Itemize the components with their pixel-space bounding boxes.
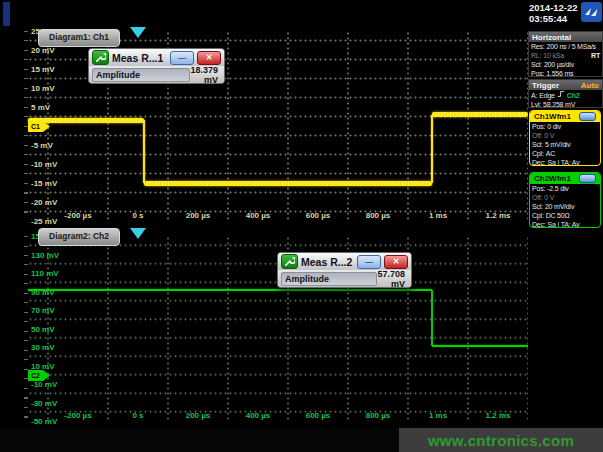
close-button[interactable]: ✕ (384, 255, 408, 269)
axis-tick-label: 10 mV (31, 361, 55, 370)
setting-value: 1.556 ms (546, 69, 573, 78)
setting-label: Pos: (532, 122, 545, 131)
watermark: www.cntronics.com (399, 428, 603, 452)
setting-label: Scl: (531, 60, 542, 69)
meas-window-1[interactable]: Meas R...1 — ✕ Amplitude 18.379 mV (88, 48, 225, 84)
minimize-button[interactable]: — (170, 51, 194, 65)
setting-label: Off: (532, 193, 542, 202)
setting-label: Lvl: (531, 100, 541, 109)
meas-window-2-titlebar[interactable]: Meas R...2 — ✕ (278, 253, 411, 270)
axis-tick-label: -50 mV (31, 417, 57, 426)
waveform-segment-ch1wfm1 (432, 112, 528, 117)
setting-value: 0 V (544, 193, 554, 202)
meas-window-1-titlebar[interactable]: Meas R...1 — ✕ (89, 49, 224, 66)
axis-tick-label: 400 µs (246, 411, 271, 420)
status-sidebar: 2014-12-22 03:55:44 Horizontal Res:200 n… (528, 0, 603, 428)
setting-value: 0 div (547, 122, 561, 131)
axis-tick-label: -10 mV (31, 160, 57, 169)
setting-label: Off: (532, 131, 542, 140)
trigger-type: Edge (539, 91, 555, 100)
setting-value: DC 50Ω (546, 211, 570, 220)
trigger-settings-box[interactable]: Trigger Auto A: Edge Ch2 Lvl:58.258 mV (528, 79, 603, 108)
meas-result-label: Amplitude (92, 68, 190, 82)
waveform-segment-ch2wfm1 (28, 289, 432, 291)
setting-label: RL: (531, 51, 541, 60)
axis-tick-label: 1.2 ms (486, 411, 511, 420)
trigger-position-marker-diagram2[interactable] (130, 228, 146, 239)
axis-tick-label: -25 mV (31, 217, 57, 226)
trigger-position-marker-diagram1[interactable] (130, 27, 146, 38)
realtime-flag: RT (591, 51, 600, 60)
axis-tick-label: 1 ms (429, 211, 447, 220)
meas-result-label: Amplitude (281, 272, 377, 286)
setting-value: 0 V (544, 131, 554, 140)
axis-tick-label: 600 µs (306, 411, 331, 420)
axis-tick-label: -5 mV (31, 141, 53, 150)
waveform-step-ch2wfm1 (431, 290, 433, 346)
axis-tick-label: -200 µs (64, 411, 91, 420)
axis-tick-label: -20 mV (31, 198, 57, 207)
diagram1-tab-label: Diagram1: Ch1 (49, 32, 109, 42)
axis-tick-label: 70 mV (31, 306, 55, 315)
setting-label: A: (531, 91, 537, 100)
setting-value: 200 µs/div (544, 60, 574, 69)
meas-window-2[interactable]: Meas R...2 — ✕ Amplitude 57.708 mV (277, 252, 412, 288)
meas-window-2-title: Meas R...2 (301, 256, 354, 268)
axis-tick-label: 110 mV (31, 269, 59, 278)
setting-label: Res: (531, 42, 545, 51)
setting-value: -2.5 div (547, 184, 568, 193)
waveform-step-ch1wfm1 (431, 115, 433, 183)
setting-value: 5 mV/div (545, 140, 571, 149)
meas-result-value: 18.379 mV (190, 65, 221, 85)
axis-tick-label: -200 µs (64, 211, 91, 220)
setting-value: 200 ns / 5 MSa/s (547, 42, 596, 51)
measurement-wrench-icon (281, 254, 298, 269)
axis-tick-label: 1.2 ms (486, 211, 511, 220)
close-button[interactable]: ✕ (197, 51, 221, 65)
trigger-mode: Auto (581, 81, 599, 90)
minimize-button[interactable]: — (357, 255, 381, 269)
setting-label: Dec: (532, 158, 546, 166)
diagram1-tab[interactable]: Diagram1: Ch1 (38, 29, 120, 47)
meas-result-row: Amplitude 57.708 mV (278, 270, 411, 287)
ch2-waveform-box[interactable]: Ch2Wfm1 Pos:-2.5 div Off:0 V Scl:20 mV/d… (529, 172, 601, 228)
horizontal-settings-box[interactable]: Horizontal Res:200 ns / 5 MSa/s RL:10 kS… (528, 31, 603, 77)
setting-label: Cpl: (532, 211, 544, 220)
axis-tick-label: 15 mV (31, 65, 55, 74)
trigger-level-value: 58.258 mV (543, 100, 575, 109)
rohde-schwarz-logo (581, 2, 602, 26)
meas-result-value: 57.708 mV (377, 269, 408, 289)
axis-tick-label: 400 µs (246, 211, 271, 220)
diagram2-tab[interactable]: Diagram2: Ch2 (38, 228, 120, 246)
axis-tick-label: 130 mV (31, 250, 59, 259)
measurement-wrench-icon (92, 50, 109, 65)
axis-tick-label: 0 s (132, 411, 143, 420)
setting-label: Pos: (531, 69, 544, 78)
axis-tick-label: 50 mV (31, 324, 55, 333)
horizontal-header: Horizontal (532, 33, 571, 42)
meas-result-row: Amplitude 18.379 mV (89, 66, 224, 83)
axis-tick-label: 10 mV (31, 84, 55, 93)
axis-tick-label: 800 µs (366, 411, 391, 420)
waveform-segment-ch1wfm1 (144, 181, 432, 186)
axis-tick-label: 200 µs (186, 211, 211, 220)
axis-tick-label: -15 mV (31, 179, 57, 188)
axis-tick-label: -30 mV (31, 398, 57, 407)
minimize-pill-icon[interactable] (579, 174, 596, 183)
axis-tick-label: 1 ms (429, 411, 447, 420)
axis-tick-label: 0 s (132, 211, 143, 220)
meas-window-1-title: Meas R...1 (112, 52, 167, 64)
axis-tick-label: 600 µs (306, 211, 331, 220)
ch1-box-title: Ch1Wfm1 (534, 112, 571, 121)
minimize-pill-icon[interactable] (579, 112, 596, 121)
waveform-segment-ch1wfm1 (28, 118, 144, 123)
ch2-box-title: Ch2Wfm1 (534, 174, 571, 183)
ch1-waveform-box[interactable]: Ch1Wfm1 Pos:0 div Off:0 V Scl:5 mV/div C… (529, 110, 601, 166)
axis-tick-label: 200 µs (186, 411, 211, 420)
setting-label: Scl: (532, 202, 543, 211)
trigger-source-channel: Ch2 (567, 91, 580, 100)
setting-value: 20 mV/div (545, 202, 574, 211)
oscilloscope-screen: -200 µs0 s200 µs400 µs600 µs800 µs1 ms1.… (0, 0, 603, 452)
setting-label: Scl: (532, 140, 543, 149)
trigger-header: Trigger (532, 81, 559, 90)
